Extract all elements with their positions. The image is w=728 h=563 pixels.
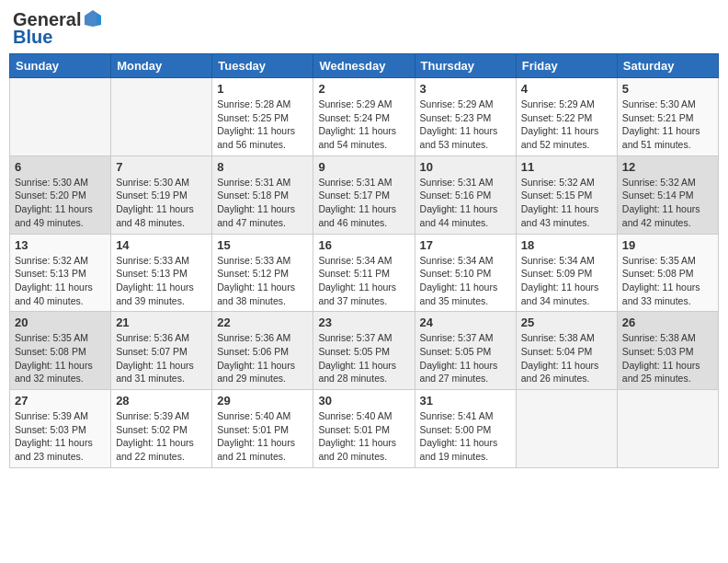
day-info: Sunrise: 5:30 AM Sunset: 5:21 PM Dayligh… xyxy=(622,98,713,152)
day-info: Sunrise: 5:38 AM Sunset: 5:03 PM Dayligh… xyxy=(622,331,713,385)
day-number: 24 xyxy=(420,316,511,329)
day-info: Sunrise: 5:34 AM Sunset: 5:09 PM Dayligh… xyxy=(521,254,612,308)
day-number: 1 xyxy=(217,82,308,96)
calendar-cell: 1Sunrise: 5:28 AM Sunset: 5:25 PM Daylig… xyxy=(212,78,313,156)
day-info: Sunrise: 5:39 AM Sunset: 5:02 PM Dayligh… xyxy=(116,409,207,464)
day-number: 8 xyxy=(217,160,308,174)
calendar-table: SundayMondayTuesdayWednesdayThursdayFrid… xyxy=(9,53,719,468)
calendar-cell: 18Sunrise: 5:34 AM Sunset: 5:09 PM Dayli… xyxy=(516,234,617,312)
calendar-cell: 13Sunrise: 5:32 AM Sunset: 5:13 PM Dayli… xyxy=(10,234,111,312)
calendar-week-row: 20Sunrise: 5:35 AM Sunset: 5:08 PM Dayli… xyxy=(10,312,719,390)
calendar-cell xyxy=(516,390,617,468)
day-number: 19 xyxy=(622,238,713,252)
calendar-week-row: 6Sunrise: 5:30 AM Sunset: 5:20 PM Daylig… xyxy=(10,155,719,234)
calendar-cell: 6Sunrise: 5:30 AM Sunset: 5:20 PM Daylig… xyxy=(10,155,111,234)
day-number: 4 xyxy=(521,82,612,96)
day-info: Sunrise: 5:37 AM Sunset: 5:05 PM Dayligh… xyxy=(318,331,409,385)
day-info: Sunrise: 5:29 AM Sunset: 5:23 PM Dayligh… xyxy=(420,98,511,152)
day-number: 31 xyxy=(420,394,511,408)
day-number: 7 xyxy=(116,160,207,174)
weekday-header: Tuesday xyxy=(212,54,313,78)
day-number: 9 xyxy=(318,160,409,174)
calendar-cell: 23Sunrise: 5:37 AM Sunset: 5:05 PM Dayli… xyxy=(313,312,415,390)
weekday-header: Sunday xyxy=(10,54,111,78)
day-number: 18 xyxy=(521,238,612,252)
calendar-cell: 4Sunrise: 5:29 AM Sunset: 5:22 PM Daylig… xyxy=(516,78,617,156)
day-number: 5 xyxy=(622,82,713,96)
day-info: Sunrise: 5:30 AM Sunset: 5:19 PM Dayligh… xyxy=(116,176,207,230)
day-info: Sunrise: 5:40 AM Sunset: 5:01 PM Dayligh… xyxy=(318,409,409,464)
day-info: Sunrise: 5:30 AM Sunset: 5:20 PM Dayligh… xyxy=(15,176,106,230)
day-number: 2 xyxy=(318,82,409,96)
calendar-week-row: 1Sunrise: 5:28 AM Sunset: 5:25 PM Daylig… xyxy=(10,78,719,156)
day-info: Sunrise: 5:34 AM Sunset: 5:11 PM Dayligh… xyxy=(318,254,409,308)
day-info: Sunrise: 5:35 AM Sunset: 5:08 PM Dayligh… xyxy=(622,254,713,308)
page-header: General Blue xyxy=(9,9,719,48)
calendar-cell: 29Sunrise: 5:40 AM Sunset: 5:01 PM Dayli… xyxy=(212,390,313,468)
day-info: Sunrise: 5:31 AM Sunset: 5:18 PM Dayligh… xyxy=(217,176,308,230)
calendar-cell: 5Sunrise: 5:30 AM Sunset: 5:21 PM Daylig… xyxy=(617,78,718,156)
day-info: Sunrise: 5:34 AM Sunset: 5:10 PM Dayligh… xyxy=(420,254,511,308)
calendar-week-row: 13Sunrise: 5:32 AM Sunset: 5:13 PM Dayli… xyxy=(10,234,719,312)
calendar-cell: 9Sunrise: 5:31 AM Sunset: 5:17 PM Daylig… xyxy=(313,155,415,234)
day-number: 15 xyxy=(217,238,308,252)
calendar-cell: 7Sunrise: 5:30 AM Sunset: 5:19 PM Daylig… xyxy=(111,155,212,234)
day-number: 27 xyxy=(15,394,106,408)
day-number: 26 xyxy=(622,316,713,329)
calendar-cell: 30Sunrise: 5:40 AM Sunset: 5:01 PM Dayli… xyxy=(313,390,415,468)
day-number: 10 xyxy=(420,160,511,174)
day-info: Sunrise: 5:37 AM Sunset: 5:05 PM Dayligh… xyxy=(420,331,511,385)
day-info: Sunrise: 5:39 AM Sunset: 5:03 PM Dayligh… xyxy=(15,409,106,464)
day-info: Sunrise: 5:36 AM Sunset: 5:07 PM Dayligh… xyxy=(116,331,207,385)
calendar-cell xyxy=(10,78,111,156)
day-info: Sunrise: 5:31 AM Sunset: 5:17 PM Dayligh… xyxy=(318,176,409,230)
weekday-header: Monday xyxy=(111,54,212,78)
weekday-header: Saturday xyxy=(617,54,718,78)
day-info: Sunrise: 5:41 AM Sunset: 5:00 PM Dayligh… xyxy=(420,409,511,464)
day-info: Sunrise: 5:35 AM Sunset: 5:08 PM Dayligh… xyxy=(15,331,106,385)
day-number: 25 xyxy=(521,316,612,329)
weekday-header-row: SundayMondayTuesdayWednesdayThursdayFrid… xyxy=(10,54,719,78)
logo: General Blue xyxy=(13,9,103,48)
day-info: Sunrise: 5:31 AM Sunset: 5:16 PM Dayligh… xyxy=(420,176,511,230)
day-info: Sunrise: 5:32 AM Sunset: 5:13 PM Dayligh… xyxy=(15,254,106,308)
day-number: 17 xyxy=(420,238,511,252)
logo-icon xyxy=(83,8,103,29)
logo-blue: Blue xyxy=(13,27,52,48)
day-info: Sunrise: 5:40 AM Sunset: 5:01 PM Dayligh… xyxy=(217,409,308,464)
calendar-cell: 12Sunrise: 5:32 AM Sunset: 5:14 PM Dayli… xyxy=(617,155,718,234)
calendar-cell: 27Sunrise: 5:39 AM Sunset: 5:03 PM Dayli… xyxy=(10,390,111,468)
calendar-cell: 31Sunrise: 5:41 AM Sunset: 5:00 PM Dayli… xyxy=(415,390,516,468)
day-info: Sunrise: 5:32 AM Sunset: 5:15 PM Dayligh… xyxy=(521,176,612,230)
calendar-cell: 20Sunrise: 5:35 AM Sunset: 5:08 PM Dayli… xyxy=(10,312,111,390)
calendar-cell: 17Sunrise: 5:34 AM Sunset: 5:10 PM Dayli… xyxy=(415,234,516,312)
day-number: 22 xyxy=(217,316,308,329)
day-info: Sunrise: 5:36 AM Sunset: 5:06 PM Dayligh… xyxy=(217,331,308,385)
calendar-cell: 11Sunrise: 5:32 AM Sunset: 5:15 PM Dayli… xyxy=(516,155,617,234)
day-number: 14 xyxy=(116,238,207,252)
day-info: Sunrise: 5:29 AM Sunset: 5:22 PM Dayligh… xyxy=(521,98,612,152)
calendar-cell: 24Sunrise: 5:37 AM Sunset: 5:05 PM Dayli… xyxy=(415,312,516,390)
day-number: 12 xyxy=(622,160,713,174)
day-number: 11 xyxy=(521,160,612,174)
day-number: 20 xyxy=(15,316,106,329)
day-info: Sunrise: 5:29 AM Sunset: 5:24 PM Dayligh… xyxy=(318,98,409,152)
day-number: 23 xyxy=(318,316,409,329)
calendar-cell xyxy=(111,78,212,156)
day-number: 16 xyxy=(318,238,409,252)
calendar-cell: 15Sunrise: 5:33 AM Sunset: 5:12 PM Dayli… xyxy=(212,234,313,312)
weekday-header: Thursday xyxy=(415,54,516,78)
day-number: 21 xyxy=(116,316,207,329)
weekday-header: Wednesday xyxy=(313,54,415,78)
calendar-cell: 22Sunrise: 5:36 AM Sunset: 5:06 PM Dayli… xyxy=(212,312,313,390)
day-number: 29 xyxy=(217,394,308,408)
calendar-cell: 25Sunrise: 5:38 AM Sunset: 5:04 PM Dayli… xyxy=(516,312,617,390)
day-info: Sunrise: 5:28 AM Sunset: 5:25 PM Dayligh… xyxy=(217,98,308,152)
calendar-cell: 8Sunrise: 5:31 AM Sunset: 5:18 PM Daylig… xyxy=(212,155,313,234)
day-number: 3 xyxy=(420,82,511,96)
day-info: Sunrise: 5:32 AM Sunset: 5:14 PM Dayligh… xyxy=(622,176,713,230)
day-info: Sunrise: 5:33 AM Sunset: 5:12 PM Dayligh… xyxy=(217,254,308,308)
calendar-cell: 16Sunrise: 5:34 AM Sunset: 5:11 PM Dayli… xyxy=(313,234,415,312)
day-info: Sunrise: 5:38 AM Sunset: 5:04 PM Dayligh… xyxy=(521,331,612,385)
calendar-cell: 26Sunrise: 5:38 AM Sunset: 5:03 PM Dayli… xyxy=(617,312,718,390)
